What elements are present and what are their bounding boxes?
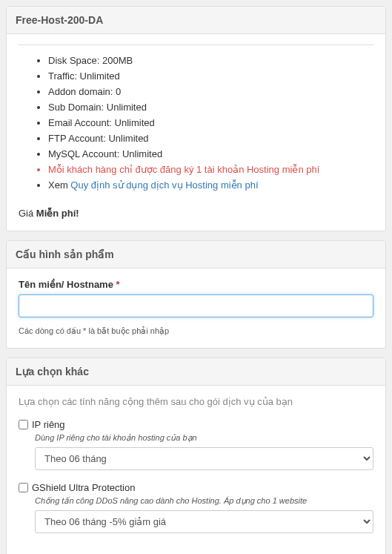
divider: [19, 44, 373, 45]
hostname-input[interactable]: [19, 294, 373, 317]
see-rules-item: Xem Quy định sử dụng dịch vụ Hosting miễ…: [48, 177, 373, 193]
list-item: Addon domain: 0: [48, 84, 373, 99]
ip-desc: Dùng IP riêng cho tài khoản hosting của …: [35, 433, 373, 443]
list-item: FTP Account: Unlimited: [48, 131, 373, 146]
gshield-desc: Chống tấn công DDoS nâng cao dành cho Ho…: [35, 496, 373, 506]
options-body: Lựa chọn các tính năng cộng thêm sau cho…: [7, 386, 385, 554]
hostname-label: Tên miền/ Hostname *: [19, 279, 373, 290]
list-item: Traffic: Unlimited: [48, 68, 373, 84]
feature-list: Disk Space: 200MB Traffic: Unlimited Add…: [19, 53, 373, 193]
config-header: Cấu hình sản phẩm: [7, 241, 385, 268]
ip-checkbox[interactable]: [19, 420, 28, 429]
see-prefix: Xem: [48, 179, 70, 191]
options-subhead: Lựa chọn các tính năng cộng thêm sau cho…: [19, 396, 373, 407]
list-item: MySQL Account: Unlimited: [48, 146, 373, 162]
gshield-select[interactable]: Theo 06 tháng -5% giảm giá: [35, 510, 373, 533]
list-item: Sub Domain: Unlimited: [48, 99, 373, 115]
option-gshield: GShield Ultra Protection Chống tấn công …: [19, 482, 373, 533]
required-asterisk: *: [116, 279, 120, 290]
notice-item: Mỗi khách hàng chỉ được đăng ký 1 tài kh…: [48, 162, 373, 177]
price-value: Miễn phí!: [36, 208, 79, 219]
rules-link[interactable]: Quy định sử dụng dịch vụ Hosting miễn ph…: [70, 179, 258, 191]
product-body: Disk Space: 200MB Traffic: Unlimited Add…: [7, 34, 385, 231]
config-body: Tên miền/ Hostname * Các dòng có dấu * l…: [7, 268, 385, 348]
product-title: Free-Host-200-DA: [7, 7, 385, 34]
gshield-checkbox[interactable]: [19, 483, 28, 492]
ip-select[interactable]: Theo 06 tháng: [35, 447, 373, 470]
gshield-label: GShield Ultra Protection: [32, 482, 135, 493]
price-label: Giá: [19, 208, 36, 219]
option-ip: IP riêng Dùng IP riêng cho tài khoản hos…: [19, 419, 373, 470]
product-panel: Free-Host-200-DA Disk Space: 200MB Traff…: [6, 6, 386, 231]
price-row: Giá Miễn phí!: [19, 208, 373, 219]
options-panel: Lựa chọn khác Lựa chọn các tính năng cộn…: [6, 357, 386, 554]
list-item: Disk Space: 200MB: [48, 53, 373, 68]
hostname-label-text: Tên miền/ Hostname: [19, 279, 113, 290]
options-header: Lựa chọn khác: [7, 358, 385, 386]
required-note: Các dòng có dấu * là bắt buộc phải nhập: [19, 326, 373, 336]
ip-label: IP riêng: [32, 419, 65, 430]
config-panel: Cấu hình sản phẩm Tên miền/ Hostname * C…: [6, 240, 386, 349]
list-item: Email Account: Unlimited: [48, 115, 373, 131]
